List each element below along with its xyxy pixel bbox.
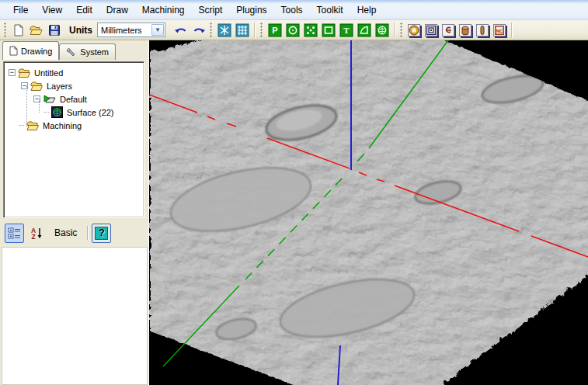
text-icon: T: [339, 23, 353, 37]
draw-rectangle-button[interactable]: [319, 22, 337, 39]
terrain-render: [149, 40, 588, 385]
alphabetical-sort-button[interactable]: A Z: [26, 224, 46, 243]
viewport-3d[interactable]: [149, 40, 588, 385]
new-button[interactable]: [9, 22, 27, 39]
categorized-view-button[interactable]: [5, 224, 24, 243]
engrave-toolpath-icon: [442, 24, 454, 36]
tree-connector: [26, 86, 27, 127]
machining-gcode-button[interactable]: NC: [491, 22, 508, 39]
snap-grid-button[interactable]: [233, 22, 251, 39]
menu-tools[interactable]: Tools: [274, 2, 310, 18]
profile-toolpath-icon: [408, 24, 420, 36]
help-button[interactable]: ?: [92, 224, 111, 243]
surface-sphere-icon: [375, 23, 389, 37]
tree-item-label: Layers: [45, 82, 74, 91]
draw-surface-button[interactable]: [373, 22, 391, 39]
drill-toolpath-icon: [459, 24, 471, 36]
tab-drawing[interactable]: Drawing: [2, 41, 59, 60]
tree-connector: [43, 112, 49, 113]
tree-item-layers[interactable]: − Layers: [4, 79, 144, 92]
draw-polyline-button[interactable]: P: [266, 22, 284, 39]
menu-view[interactable]: View: [35, 2, 69, 18]
tree-item-label: Default: [58, 95, 89, 104]
menu-plugins[interactable]: Plugins: [229, 2, 273, 18]
units-combobox-value: Millimeters: [98, 26, 151, 35]
menu-file[interactable]: File: [6, 2, 35, 18]
svg-text:Z: Z: [31, 233, 35, 240]
menu-edit[interactable]: Edit: [69, 2, 99, 18]
new-document-icon: [12, 24, 25, 36]
side-panel: Drawing System − Untitled −: [0, 40, 149, 385]
menu-draw[interactable]: Draw: [99, 2, 135, 18]
toolbar-grip[interactable]: [400, 23, 403, 38]
property-grid-empty: [2, 247, 148, 385]
units-combobox[interactable]: Millimeters ▼: [97, 23, 165, 37]
point-list-icon: [304, 23, 318, 37]
machining-profile-button[interactable]: [405, 22, 423, 39]
tree-item-label: Machining: [41, 121, 83, 130]
open-button[interactable]: [27, 22, 45, 39]
tab-system[interactable]: System: [59, 43, 116, 60]
folder-icon: [18, 68, 30, 78]
redo-button[interactable]: [190, 22, 207, 39]
generate-gcode-icon: NC: [493, 24, 506, 36]
draw-point-list-button[interactable]: [301, 22, 319, 39]
profile-3d-toolpath-icon: [476, 24, 489, 36]
menu-toolkit[interactable]: Toolkit: [310, 2, 350, 18]
menu-machining[interactable]: Machining: [135, 2, 192, 18]
undo-button[interactable]: [172, 22, 190, 39]
svg-text:NC: NC: [496, 28, 503, 33]
tree-item-label: Untitled: [33, 68, 64, 78]
property-toolbar: A Z Basic ?: [2, 220, 148, 245]
surface-object-icon: [51, 106, 63, 118]
menu-help[interactable]: Help: [350, 2, 384, 18]
folder-icon: [26, 120, 39, 131]
redo-icon: [192, 25, 206, 36]
undo-icon: [174, 25, 188, 36]
tree-item-label: Surface (22): [65, 108, 116, 117]
arc-icon: [357, 23, 371, 37]
draw-circle-button[interactable]: [284, 22, 301, 39]
draw-text-button[interactable]: T: [337, 22, 355, 39]
svg-text:P: P: [272, 26, 277, 35]
machining-pocket-button[interactable]: [423, 22, 440, 39]
tree-item-untitled[interactable]: − Untitled: [4, 66, 144, 79]
pocket-toolpath-icon: [425, 24, 437, 36]
tree-connector: [19, 125, 24, 126]
circle-icon: [286, 23, 300, 37]
draw-arc-button[interactable]: [355, 22, 373, 39]
machining-engrave-button[interactable]: [440, 22, 457, 39]
menu-bar: File View Edit Draw Machining Script Plu…: [0, 0, 588, 20]
tab-drawing-label: Drawing: [21, 47, 52, 56]
toolbar-grip[interactable]: [210, 23, 213, 38]
units-label: Units: [69, 25, 92, 36]
tree-item-machining[interactable]: Machining: [4, 119, 144, 132]
tree-item-default-layer[interactable]: − Default: [4, 92, 144, 106]
tree-item-surface[interactable]: Surface (22): [4, 106, 144, 119]
snap-points-icon: [217, 23, 231, 37]
page-icon: [9, 46, 18, 56]
snap-points-button[interactable]: [215, 22, 233, 39]
panel-tabs: Drawing System: [0, 40, 148, 60]
collapse-icon[interactable]: −: [9, 69, 16, 76]
categorized-icon: [8, 227, 21, 240]
menu-script[interactable]: Script: [192, 2, 230, 18]
tab-system-label: System: [80, 47, 109, 57]
chevron-down-icon[interactable]: ▼: [151, 24, 164, 36]
machining-3d-profile-button[interactable]: [474, 22, 491, 39]
tree-connector: [39, 99, 40, 113]
folder-icon: [30, 81, 43, 92]
rectangle-icon: [322, 23, 336, 37]
main-toolbar: Units Millimeters ▼ P: [0, 20, 588, 40]
save-icon: [48, 24, 61, 36]
divider: [87, 226, 88, 240]
save-button[interactable]: [45, 22, 63, 39]
toolbar-grip[interactable]: [260, 23, 263, 38]
property-mode-label: Basic: [54, 227, 77, 238]
machining-drill-button[interactable]: [457, 22, 474, 39]
drawing-tree: − Untitled − Layers −: [3, 61, 144, 218]
wrench-icon: [66, 47, 77, 57]
toolbar-grip[interactable]: [4, 23, 7, 38]
open-folder-icon: [30, 24, 43, 36]
help-icon: ?: [95, 227, 108, 240]
